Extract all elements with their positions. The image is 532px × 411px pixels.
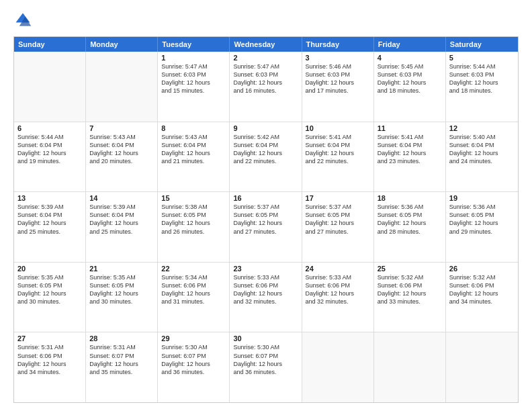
cell-info-line: Sunrise: 5:47 AM <box>233 62 298 71</box>
calendar-row: 27Sunrise: 5:31 AMSunset: 6:06 PMDayligh… <box>14 332 518 402</box>
cell-info-line: Sunrise: 5:41 AM <box>306 133 370 141</box>
cell-info-line: Sunset: 6:06 PM <box>378 281 442 289</box>
cell-info-line: and 25 minutes. <box>17 228 82 236</box>
cell-info-line: Daylight: 12 hours <box>17 219 82 227</box>
cell-info-line: Daylight: 12 hours <box>378 149 442 157</box>
cell-info-line: Sunrise: 5:32 AM <box>449 273 515 281</box>
day-cell: 2Sunrise: 5:47 AMSunset: 6:03 PMDaylight… <box>230 52 302 122</box>
cell-info-line: Daylight: 12 hours <box>161 289 226 298</box>
cell-info-line: Sunset: 6:04 PM <box>89 141 154 149</box>
cell-info-line: Daylight: 12 hours <box>17 149 82 157</box>
day-cell: 17Sunrise: 5:37 AMSunset: 6:05 PMDayligh… <box>302 192 374 262</box>
weekday-header: Friday <box>374 37 446 52</box>
day-number: 23 <box>233 265 298 273</box>
cell-info-line: and 24 minutes. <box>449 157 515 165</box>
cell-info-line: and 22 minutes. <box>233 157 298 165</box>
page: SundayMondayTuesdayWednesdayThursdayFrid… <box>0 0 532 411</box>
day-number: 15 <box>161 194 226 202</box>
cell-info-line: Daylight: 12 hours <box>89 289 154 298</box>
cell-info-line: Sunrise: 5:35 AM <box>89 273 154 281</box>
weekday-header: Tuesday <box>158 37 230 52</box>
weekday-header: Wednesday <box>230 37 302 52</box>
cell-info-line: Daylight: 12 hours <box>233 219 298 227</box>
calendar-header: SundayMondayTuesdayWednesdayThursdayFrid… <box>14 37 518 52</box>
cell-info-line: Sunrise: 5:39 AM <box>89 203 154 211</box>
day-number: 26 <box>449 265 515 273</box>
day-number: 18 <box>378 194 442 202</box>
cell-info-line: Sunset: 6:04 PM <box>378 141 442 149</box>
cell-info-line: Sunset: 6:04 PM <box>89 211 154 219</box>
weekday-header: Saturday <box>446 37 518 52</box>
day-cell: 23Sunrise: 5:33 AMSunset: 6:06 PMDayligh… <box>230 263 302 332</box>
cell-info-line: and 36 minutes. <box>233 368 298 376</box>
cell-info-line: and 31 minutes. <box>161 298 226 306</box>
cell-info-line: Daylight: 12 hours <box>161 149 226 157</box>
day-cell: 12Sunrise: 5:40 AMSunset: 6:04 PMDayligh… <box>446 122 518 192</box>
day-number: 6 <box>17 124 82 132</box>
cell-info-line: and 23 minutes. <box>378 157 442 165</box>
day-number: 13 <box>17 194 82 202</box>
cell-info-line: Sunset: 6:04 PM <box>17 211 82 219</box>
day-cell: 7Sunrise: 5:43 AMSunset: 6:04 PMDaylight… <box>86 122 158 192</box>
cell-info-line: and 18 minutes. <box>378 87 442 95</box>
day-cell: 14Sunrise: 5:39 AMSunset: 6:04 PMDayligh… <box>86 192 158 262</box>
cell-info-line: Sunset: 6:03 PM <box>233 71 298 79</box>
day-cell: 29Sunrise: 5:30 AMSunset: 6:07 PMDayligh… <box>158 332 230 402</box>
cell-info-line: and 32 minutes. <box>233 298 298 306</box>
cell-info-line: and 29 minutes. <box>449 228 515 236</box>
cell-info-line: Sunset: 6:05 PM <box>449 211 515 219</box>
cell-info-line: Daylight: 12 hours <box>233 149 298 157</box>
cell-info-line: Sunset: 6:04 PM <box>17 141 82 149</box>
cell-info-line: Daylight: 12 hours <box>449 219 515 227</box>
day-number: 20 <box>17 265 82 273</box>
cell-info-line: and 20 minutes. <box>89 157 154 165</box>
cell-info-line: Sunset: 6:06 PM <box>306 281 370 289</box>
day-cell: 3Sunrise: 5:46 AMSunset: 6:03 PMDaylight… <box>302 52 374 122</box>
day-cell: 20Sunrise: 5:35 AMSunset: 6:05 PMDayligh… <box>14 263 86 332</box>
day-number: 21 <box>89 265 154 273</box>
cell-info-line: Daylight: 12 hours <box>306 79 370 87</box>
cell-info-line: Daylight: 12 hours <box>449 79 515 87</box>
cell-info-line: and 16 minutes. <box>233 87 298 95</box>
cell-info-line: and 21 minutes. <box>161 157 226 165</box>
day-cell: 9Sunrise: 5:42 AMSunset: 6:04 PMDaylight… <box>230 122 302 192</box>
empty-cell <box>374 332 446 402</box>
cell-info-line: Sunset: 6:05 PM <box>233 211 298 219</box>
cell-info-line: Daylight: 12 hours <box>233 360 298 368</box>
cell-info-line: and 30 minutes. <box>89 298 154 306</box>
day-cell: 26Sunrise: 5:32 AMSunset: 6:06 PMDayligh… <box>446 263 518 332</box>
day-cell: 1Sunrise: 5:47 AMSunset: 6:03 PMDaylight… <box>158 52 230 122</box>
cell-info-line: Sunset: 6:07 PM <box>161 352 226 360</box>
cell-info-line: Daylight: 12 hours <box>161 219 226 227</box>
day-number: 27 <box>17 334 82 342</box>
cell-info-line: Sunrise: 5:43 AM <box>89 133 154 141</box>
cell-info-line: Daylight: 12 hours <box>449 289 515 298</box>
cell-info-line: Sunrise: 5:42 AM <box>233 133 298 141</box>
cell-info-line: Daylight: 12 hours <box>161 79 226 87</box>
cell-info-line: and 30 minutes. <box>17 298 82 306</box>
cell-info-line: Sunset: 6:05 PM <box>89 281 154 289</box>
cell-info-line: Sunrise: 5:40 AM <box>449 133 515 141</box>
day-cell: 30Sunrise: 5:30 AMSunset: 6:07 PMDayligh… <box>230 332 302 402</box>
cell-info-line: and 32 minutes. <box>306 298 370 306</box>
cell-info-line: Sunset: 6:06 PM <box>17 352 82 360</box>
cell-info-line: Sunset: 6:04 PM <box>161 141 226 149</box>
cell-info-line: Sunrise: 5:36 AM <box>378 203 442 211</box>
day-cell: 28Sunrise: 5:31 AMSunset: 6:07 PMDayligh… <box>86 332 158 402</box>
cell-info-line: Daylight: 12 hours <box>89 149 154 157</box>
cell-info-line: and 34 minutes. <box>449 298 515 306</box>
cell-info-line: Daylight: 12 hours <box>306 289 370 298</box>
cell-info-line: Sunset: 6:06 PM <box>449 281 515 289</box>
cell-info-line: Sunrise: 5:33 AM <box>306 273 370 281</box>
cell-info-line: Daylight: 12 hours <box>161 360 226 368</box>
day-cell: 10Sunrise: 5:41 AMSunset: 6:04 PMDayligh… <box>302 122 374 192</box>
cell-info-line: Sunrise: 5:44 AM <box>17 133 82 141</box>
cell-info-line: Sunset: 6:05 PM <box>161 211 226 219</box>
day-cell: 13Sunrise: 5:39 AMSunset: 6:04 PMDayligh… <box>14 192 86 262</box>
cell-info-line: and 19 minutes. <box>17 157 82 165</box>
cell-info-line: Sunset: 6:07 PM <box>233 352 298 360</box>
cell-info-line: Daylight: 12 hours <box>306 219 370 227</box>
cell-info-line: Sunrise: 5:37 AM <box>233 203 298 211</box>
calendar-row: 1Sunrise: 5:47 AMSunset: 6:03 PMDaylight… <box>14 52 518 122</box>
day-cell: 19Sunrise: 5:36 AMSunset: 6:05 PMDayligh… <box>446 192 518 262</box>
